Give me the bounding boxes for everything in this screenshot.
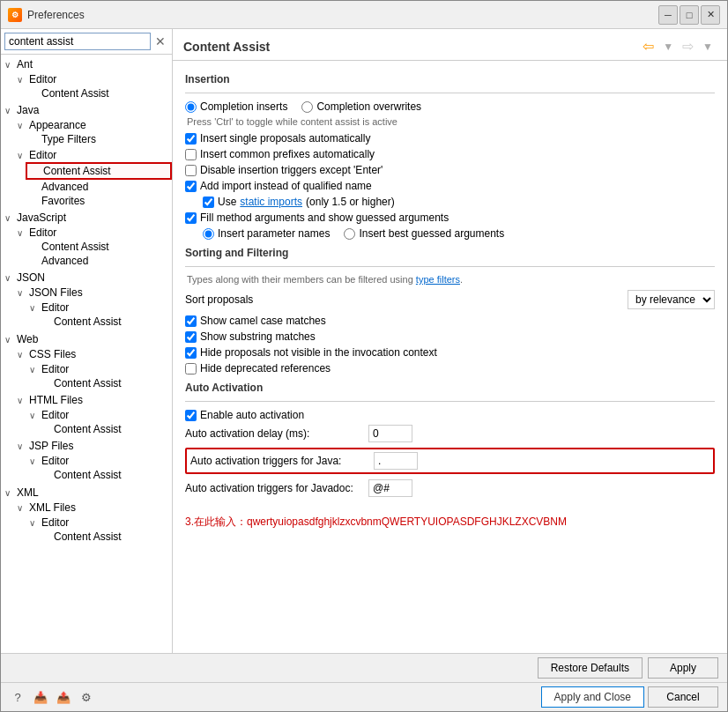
nav-forward-button[interactable]: ⇨: [679, 36, 697, 56]
disable-triggers-checkbox[interactable]: [185, 165, 197, 176]
cancel-button[interactable]: Cancel: [648, 686, 718, 708]
triggers-javadoc-input[interactable]: [368, 479, 412, 497]
sort-proposals-select[interactable]: by relevance: [628, 290, 715, 309]
tree-label-ant-editor[interactable]: ∨ Editor: [13, 72, 172, 86]
tree-label-html-ca[interactable]: Content Assist: [38, 422, 172, 436]
insert-best-guess-radio[interactable]: [344, 228, 355, 240]
insert-single-checkbox[interactable]: [185, 133, 197, 145]
triggers-java-row: Auto activation triggers for Java:: [185, 448, 715, 474]
tree-label-json-ca[interactable]: Content Assist: [38, 315, 172, 329]
type-filters-link[interactable]: type filters: [416, 274, 460, 285]
tree-label-java-advanced[interactable]: Advanced: [26, 180, 172, 194]
close-button[interactable]: ✕: [701, 5, 720, 25]
tree-label-xml-files[interactable]: ∨ XML Files: [13, 501, 172, 515]
tree-label-json-files[interactable]: ∨ JSON Files: [13, 286, 172, 300]
expand-icon-html-ca: [41, 425, 54, 434]
substring-label[interactable]: Show substring matches: [185, 330, 715, 343]
completion-inserts-label[interactable]: Completion inserts: [185, 100, 287, 113]
expand-icon-jsp-editor: ∨: [29, 456, 41, 466]
camel-case-label[interactable]: Show camel case matches: [185, 315, 715, 327]
apply-and-close-button[interactable]: Apply and Close: [541, 686, 644, 708]
help-icon[interactable]: ?: [10, 689, 26, 705]
tree-label-css-editor[interactable]: ∨ Editor: [26, 362, 172, 376]
static-imports-checkbox[interactable]: [203, 197, 214, 208]
add-import-label[interactable]: Add import instead of qualified name: [185, 180, 715, 192]
tree-label-ant[interactable]: ∨ Ant: [1, 57, 172, 71]
settings-icon[interactable]: ⚙: [78, 689, 94, 705]
tree-label-java-ca[interactable]: Content Assist: [26, 162, 172, 180]
tree-label-java-typefilters[interactable]: Type Filters: [26, 132, 172, 146]
completion-overwrites-text: Completion overwrites: [316, 100, 421, 113]
triggers-java-input[interactable]: [374, 452, 418, 470]
import-icon[interactable]: 📥: [33, 689, 48, 705]
tree-label-json-editor[interactable]: ∨ Editor: [26, 300, 172, 315]
sorting-title: Sorting and Filtering: [185, 247, 715, 259]
search-clear-button[interactable]: ✕: [152, 34, 168, 48]
tree-label-jsp-ca[interactable]: Content Assist: [38, 468, 172, 482]
tree-label-css[interactable]: ∨ CSS Files: [13, 347, 172, 361]
sort-proposals-label: Sort proposals: [185, 293, 253, 306]
tree-label-css-ca[interactable]: Content Assist: [38, 376, 172, 390]
left-panel: ✕ ∨ Ant ∨ Editor: [1, 29, 173, 653]
hide-deprecated-checkbox[interactable]: [185, 363, 197, 375]
tree-label-xml-editor[interactable]: ∨ Editor: [26, 515, 172, 530]
tree-label-java-editor[interactable]: ∨ Editor: [13, 148, 172, 162]
tree-label-java-appearance[interactable]: ∨ Appearance: [13, 118, 172, 132]
tree-label-js-ca[interactable]: Content Assist: [26, 240, 172, 254]
insert-param-names-radio[interactable]: [203, 228, 214, 240]
completion-overwrites-radio[interactable]: [301, 101, 313, 113]
tree-label-xml[interactable]: ∨ XML: [1, 486, 172, 500]
delay-input[interactable]: [368, 425, 412, 442]
export-icon[interactable]: 📤: [56, 689, 71, 705]
fill-method-checkbox[interactable]: [185, 212, 197, 224]
tree-children-jsp: ∨ Editor Content Assist: [13, 453, 172, 483]
tree-children-javascript: ∨ Editor Content Assist Adv: [1, 225, 172, 269]
insert-best-guess-label[interactable]: Insert best guessed arguments: [344, 227, 504, 240]
completion-overwrites-label[interactable]: Completion overwrites: [301, 100, 421, 113]
restore-defaults-button[interactable]: Restore Defaults: [538, 657, 643, 679]
tree-label-jsp[interactable]: ∨ JSP Files: [13, 439, 172, 453]
insert-param-names-label[interactable]: Insert parameter names: [203, 227, 330, 240]
sorting-hint: Types along with their members can be fi…: [185, 274, 715, 285]
nav-dropdown2-button[interactable]: ▼: [699, 39, 717, 55]
insert-single-label[interactable]: Insert single proposals automatically: [185, 132, 715, 145]
substring-checkbox[interactable]: [185, 331, 197, 343]
nav-back-button[interactable]: ⇦: [639, 36, 657, 56]
expand-icon-json: ∨: [4, 273, 17, 283]
tree-label-java[interactable]: ∨ Java: [1, 103, 172, 117]
tree-label-js-advanced[interactable]: Advanced: [26, 254, 172, 268]
tree-label-jsp-editor[interactable]: ∨ Editor: [26, 454, 172, 468]
tree-label-html-editor[interactable]: ∨ Editor: [26, 408, 172, 422]
static-imports-link[interactable]: static imports: [240, 196, 302, 208]
hide-deprecated-label[interactable]: Hide deprecated references: [185, 362, 715, 375]
fill-method-label[interactable]: Fill method arguments and show guessed a…: [185, 211, 715, 224]
hide-not-visible-label[interactable]: Hide proposals not visible in the invoca…: [185, 346, 715, 359]
search-input[interactable]: [4, 33, 151, 50]
insertion-hint: Press 'Ctrl' to toggle while content ass…: [185, 116, 715, 127]
hide-not-visible-checkbox[interactable]: [185, 347, 197, 359]
tree-text-xml-files: XML Files: [29, 501, 76, 514]
disable-triggers-label[interactable]: Disable insertion triggers except 'Enter…: [185, 164, 715, 176]
tree-text-json-ca: Content Assist: [54, 315, 122, 328]
insert-common-label[interactable]: Insert common prefixes automatically: [185, 148, 715, 160]
tree-label-js-editor[interactable]: ∨ Editor: [13, 226, 172, 240]
completion-inserts-radio[interactable]: [185, 101, 197, 113]
tree-label-xml-ca[interactable]: Content Assist: [38, 530, 172, 544]
tree-label-java-favorites[interactable]: Favorites: [26, 194, 172, 208]
apply-button[interactable]: Apply: [648, 657, 718, 679]
tree-label-json[interactable]: ∨ JSON: [1, 271, 172, 285]
insert-common-checkbox[interactable]: [185, 149, 197, 160]
add-import-checkbox[interactable]: [185, 181, 197, 192]
nav-dropdown-button[interactable]: ▼: [659, 39, 677, 55]
tree-label-html[interactable]: ∨ HTML Files: [13, 393, 172, 407]
camel-case-checkbox[interactable]: [185, 315, 197, 327]
tree-label-ant-ca[interactable]: Content Assist: [26, 86, 172, 100]
maximize-button[interactable]: □: [680, 5, 699, 25]
tree-item-html-editor: ∨ Editor Content Assist: [26, 407, 172, 437]
tree-label-web[interactable]: ∨ Web: [1, 332, 172, 346]
minimize-button[interactable]: ─: [658, 5, 678, 25]
enable-auto-activation-label[interactable]: Enable auto activation: [185, 409, 715, 421]
tree-label-javascript[interactable]: ∨ JavaScript: [1, 211, 172, 225]
static-imports-label[interactable]: Use static imports (only 1.5 or higher): [203, 196, 715, 208]
enable-auto-activation-checkbox[interactable]: [185, 410, 197, 421]
